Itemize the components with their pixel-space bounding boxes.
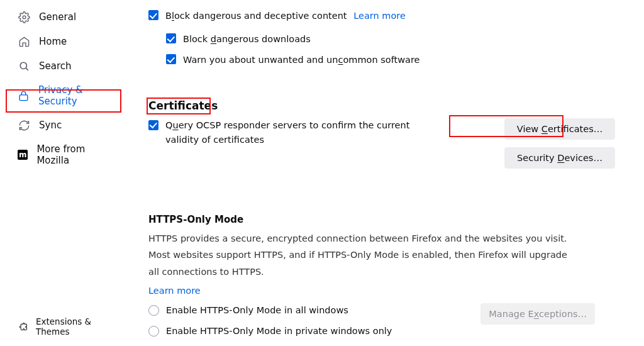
- svg-rect-3: [19, 94, 28, 100]
- block-downloads-row[interactable]: Block dangerous downloads: [166, 32, 621, 47]
- checkbox[interactable]: [166, 54, 176, 64]
- sidebar: General Home Search Privacy & Security S…: [0, 0, 126, 346]
- home-icon: [18, 35, 30, 48]
- sidebar-item-general[interactable]: General: [5, 6, 121, 28]
- https-only-heading: HTTPS-Only Mode: [148, 214, 601, 225]
- block-deceptive-label: Block dangerous and deceptive content Le…: [165, 9, 406, 23]
- svg-point-0: [23, 16, 26, 19]
- sync-icon: [18, 119, 30, 131]
- radio-private-only[interactable]: Enable HTTPS-Only Mode in private window…: [148, 324, 392, 338]
- gear-icon: [18, 11, 30, 23]
- sidebar-item-label: Home: [39, 36, 67, 47]
- checkbox[interactable]: [148, 120, 158, 130]
- manage-exceptions-button: Manage Exceptions…: [480, 303, 595, 325]
- sidebar-item-privacy[interactable]: Privacy & Security: [5, 79, 121, 112]
- sidebar-item-label: General: [39, 11, 76, 23]
- learn-more-link[interactable]: Learn more: [148, 286, 601, 296]
- query-ocsp-label: Query OCSP responder servers to confirm …: [165, 118, 438, 147]
- svg-line-2: [26, 68, 28, 70]
- radio[interactable]: [148, 326, 159, 337]
- block-deceptive-row[interactable]: Block dangerous and deceptive content Le…: [148, 9, 621, 23]
- puzzle-icon: [19, 321, 28, 332]
- sidebar-item-extensions[interactable]: Extensions & Themes: [5, 313, 121, 340]
- sidebar-item-label: Privacy & Security: [38, 84, 113, 107]
- svg-point-1: [20, 62, 26, 69]
- radio[interactable]: [148, 305, 159, 316]
- search-icon: [18, 60, 30, 72]
- sidebar-item-label: Extensions & Themes: [36, 316, 113, 337]
- sidebar-item-label: Search: [39, 60, 72, 72]
- sidebar-item-sync[interactable]: Sync: [5, 114, 121, 137]
- view-certificates-button[interactable]: View Certificates…: [504, 118, 615, 140]
- mozilla-icon: m: [18, 150, 28, 160]
- lock-icon: [18, 89, 30, 102]
- sidebar-item-label: Sync: [39, 120, 62, 131]
- sidebar-item-label: More from Mozilla: [36, 143, 113, 166]
- sidebar-item-search[interactable]: Search: [5, 55, 121, 77]
- block-downloads-label: Block dangerous downloads: [183, 32, 311, 47]
- checkbox[interactable]: [166, 33, 176, 43]
- learn-more-link[interactable]: Learn more: [353, 11, 406, 21]
- sidebar-item-home[interactable]: Home: [5, 30, 121, 53]
- warn-unwanted-label: Warn you about unwanted and uncommon sof…: [183, 53, 420, 67]
- radio-all-windows[interactable]: Enable HTTPS-Only Mode in all windows: [148, 303, 392, 318]
- warn-unwanted-row[interactable]: Warn you about unwanted and uncommon sof…: [166, 53, 621, 67]
- content: Block dangerous and deceptive content Le…: [126, 0, 644, 346]
- certificates-heading: Certificates: [148, 99, 621, 112]
- security-devices-button[interactable]: Security Devices…: [504, 147, 615, 169]
- checkbox[interactable]: [148, 10, 158, 20]
- https-only-description: HTTPS provides a secure, encrypted conne…: [148, 230, 576, 281]
- sidebar-item-more-mozilla[interactable]: m More from Mozilla: [5, 138, 121, 171]
